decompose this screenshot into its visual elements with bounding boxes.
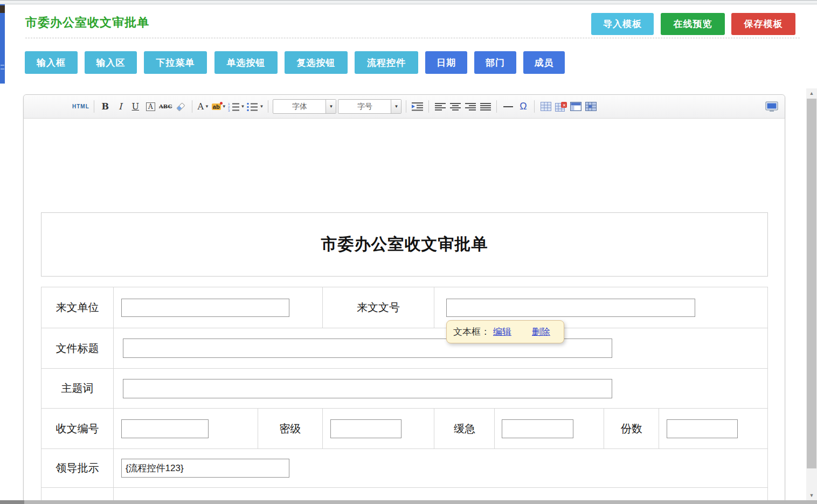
editor-toolbar: HTML B I U A ABC A▼ ab▼ 123 ▼ ▼ 字体▼ 字号▼ bbox=[24, 95, 785, 119]
add-member-button[interactable]: 成员 bbox=[523, 51, 565, 74]
align-center-icon[interactable] bbox=[448, 100, 462, 114]
ordered-list-icon[interactable]: 123 ▼ bbox=[228, 100, 245, 114]
cell-subject-words bbox=[114, 369, 768, 409]
add-date-button[interactable]: 日期 bbox=[425, 51, 467, 74]
incoming-unit-input[interactable] bbox=[121, 299, 289, 317]
save-template-button[interactable]: 保存模板 bbox=[731, 13, 795, 35]
toolbar-separator bbox=[268, 100, 268, 113]
page-title: 市委办公室收文审批单 bbox=[25, 15, 149, 31]
bold-icon[interactable]: B bbox=[99, 100, 112, 114]
urgency-input[interactable] bbox=[502, 419, 573, 438]
background-window-icon bbox=[0, 5, 5, 13]
toolbar-separator bbox=[192, 100, 192, 113]
form-title-box: 市委办公室收文审批单 bbox=[41, 212, 768, 277]
html-source-icon[interactable]: HTML bbox=[72, 100, 89, 114]
chevron-down-icon[interactable]: ▼ bbox=[326, 100, 336, 113]
scroll-down-arrow-icon[interactable]: ▼ bbox=[806, 491, 817, 500]
label-copies: 份数 bbox=[604, 409, 659, 449]
strikethrough-icon[interactable]: ABC bbox=[159, 100, 172, 114]
cell-urgency bbox=[495, 409, 604, 449]
special-char-icon[interactable]: Ω bbox=[516, 100, 530, 114]
fullscreen-icon[interactable] bbox=[765, 100, 778, 114]
font-family-select[interactable]: 字体▼ bbox=[273, 99, 336, 114]
label-subject-words: 主题词 bbox=[41, 369, 114, 409]
import-template-button[interactable]: 导入模板 bbox=[591, 13, 654, 35]
delete-table-icon[interactable]: ✕ bbox=[554, 100, 567, 114]
label-leader-instructions: 领导批示 bbox=[41, 449, 114, 488]
online-preview-button[interactable]: 在线预览 bbox=[661, 13, 725, 35]
add-dropdown-button[interactable]: 下拉菜单 bbox=[144, 51, 207, 74]
secrecy-level-input[interactable] bbox=[330, 419, 401, 438]
background-window-sliver bbox=[0, 4, 5, 84]
align-justify-icon[interactable] bbox=[479, 100, 492, 114]
label-urgency: 缓急 bbox=[434, 409, 495, 449]
delete-field-link[interactable]: 删除 bbox=[532, 326, 550, 338]
vertical-scrollbar[interactable]: ▲ ▼ bbox=[806, 88, 817, 500]
align-left-icon[interactable] bbox=[433, 100, 447, 114]
decorative-line bbox=[1, 65, 4, 66]
label-incoming-unit: 来文单位 bbox=[41, 287, 114, 328]
header-divider bbox=[25, 38, 800, 38]
horizontal-rule-icon[interactable] bbox=[501, 100, 515, 114]
subject-words-input[interactable] bbox=[123, 379, 612, 398]
add-textarea-button[interactable]: 输入区 bbox=[85, 51, 137, 74]
scrollbar-corner bbox=[0, 500, 24, 504]
table-row: 收文编号 密级 缓急 份数 bbox=[41, 409, 768, 449]
toolbar-separator bbox=[534, 100, 535, 113]
chevron-down-icon[interactable]: ▼ bbox=[391, 100, 401, 113]
text-color-icon[interactable]: A▼ bbox=[197, 100, 210, 114]
toolbar-separator bbox=[428, 100, 429, 113]
toolbar-separator bbox=[406, 100, 406, 113]
align-right-icon[interactable] bbox=[463, 100, 477, 114]
cell-incoming-unit bbox=[114, 287, 323, 328]
italic-icon[interactable]: I bbox=[114, 100, 127, 114]
add-input-box-button[interactable]: 输入框 bbox=[25, 51, 78, 74]
toolbar-separator bbox=[94, 100, 94, 113]
label-document-title: 文件标题 bbox=[41, 328, 114, 369]
font-size-select[interactable]: 字号▼ bbox=[338, 99, 401, 114]
window-bottom-edge bbox=[0, 500, 817, 504]
cell-leader-instructions: {流程控件123} bbox=[114, 449, 768, 488]
table-row: 文件标题 bbox=[41, 328, 768, 369]
copies-input[interactable] bbox=[667, 419, 738, 438]
svg-text:3: 3 bbox=[228, 109, 230, 112]
add-flow-control-button[interactable]: 流程控件 bbox=[355, 51, 418, 74]
highlight-color-icon[interactable]: ab▼ bbox=[212, 100, 226, 114]
rich-text-editor: HTML B I U A ABC A▼ ab▼ 123 ▼ ▼ 字体▼ 字号▼ bbox=[23, 94, 785, 504]
svg-text:✕: ✕ bbox=[562, 102, 566, 107]
add-radio-button[interactable]: 单选按钮 bbox=[214, 51, 278, 74]
unordered-list-icon[interactable]: ▼ bbox=[246, 100, 264, 114]
scrollbar-thumb[interactable] bbox=[807, 99, 816, 468]
font-style-icon[interactable]: A bbox=[144, 100, 157, 114]
table-row: 领导批示 {流程控件123} bbox=[41, 449, 768, 488]
add-checkbox-button[interactable]: 复选按钮 bbox=[285, 51, 348, 74]
cell-receipt-number bbox=[114, 409, 258, 449]
add-department-button[interactable]: 部门 bbox=[474, 51, 516, 74]
field-tooltip: 文本框： 编辑 删除 bbox=[446, 320, 564, 343]
table-row: 主题词 bbox=[41, 369, 768, 409]
toolbar-separator bbox=[496, 100, 497, 113]
editor-document[interactable]: 市委办公室收文审批单 来文单位 来文文号 文件标题 bbox=[24, 119, 785, 504]
cell-copies bbox=[659, 409, 768, 449]
table-row: 来文单位 来文文号 bbox=[41, 287, 768, 328]
decorative-line bbox=[1, 68, 4, 70]
window-top-edge bbox=[0, 0, 817, 4]
receipt-number-input[interactable] bbox=[121, 419, 209, 438]
incoming-doc-number-input[interactable] bbox=[446, 299, 695, 317]
label-secrecy-level: 密级 bbox=[258, 409, 323, 449]
label-receipt-number: 收文编号 bbox=[41, 409, 114, 449]
table-properties-icon[interactable] bbox=[569, 100, 583, 114]
eraser-icon[interactable] bbox=[174, 100, 188, 114]
leader-instructions-flow-control[interactable]: {流程控件123} bbox=[121, 459, 289, 478]
cell-secrecy-level bbox=[323, 409, 435, 449]
insert-table-icon[interactable] bbox=[539, 100, 552, 114]
cell-properties-icon[interactable] bbox=[584, 100, 598, 114]
scroll-up-arrow-icon[interactable]: ▲ bbox=[806, 88, 817, 98]
form-title: 市委办公室收文审批单 bbox=[321, 233, 488, 256]
underline-icon[interactable]: U bbox=[129, 100, 142, 114]
cell-document-title bbox=[114, 328, 768, 369]
indent-icon[interactable] bbox=[411, 100, 424, 114]
tooltip-label: 文本框： bbox=[453, 326, 490, 338]
form-template-designer: { "header": { "title": "市委办公室收文审批单", "ac… bbox=[0, 0, 817, 504]
edit-field-link[interactable]: 编辑 bbox=[493, 326, 511, 338]
